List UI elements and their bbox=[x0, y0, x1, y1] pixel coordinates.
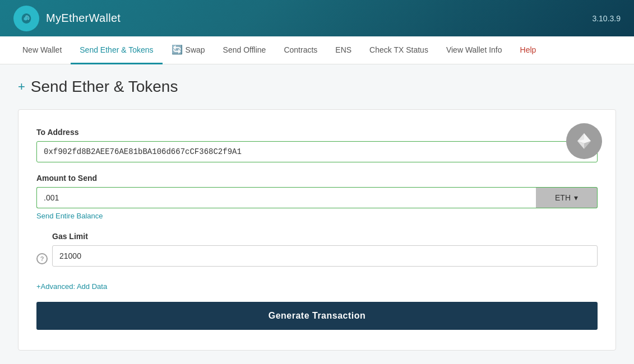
amount-group: Amount to Send ETH ▾ Send Entire Balance bbox=[36, 174, 598, 221]
nav-item-send-offline[interactable]: Send Offline bbox=[214, 36, 275, 64]
nav-item-new-wallet[interactable]: New Wallet bbox=[13, 36, 71, 64]
version-label: 3.10.3.9 bbox=[592, 14, 621, 23]
nav-item-contracts[interactable]: Contracts bbox=[275, 36, 326, 64]
amount-label: Amount to Send bbox=[36, 174, 598, 183]
app-name: MyEtherWallet bbox=[46, 12, 121, 25]
nav-bar: New Wallet Send Ether & Tokens 🔄Swap Sen… bbox=[0, 36, 634, 64]
generate-transaction-button[interactable]: Generate Transaction bbox=[36, 302, 598, 330]
gas-limit-group: Gas Limit bbox=[52, 232, 598, 267]
page-title: Send Ether & Tokens bbox=[31, 78, 178, 96]
nav-item-view-wallet-info[interactable]: View Wallet Info bbox=[437, 36, 511, 64]
page-title-row: + Send Ether & Tokens bbox=[18, 78, 616, 96]
to-address-label: To Address bbox=[36, 128, 598, 137]
nav-item-swap[interactable]: 🔄Swap bbox=[163, 36, 214, 64]
dropdown-arrow-icon: ▾ bbox=[574, 193, 578, 202]
send-entire-balance-link[interactable]: Send Entire Balance bbox=[36, 212, 103, 220]
page-content: + Send Ether & Tokens To Address Amount … bbox=[0, 64, 634, 364]
gas-help-icon[interactable]: ? bbox=[36, 253, 48, 264]
currency-dropdown-button[interactable]: ETH ▾ bbox=[536, 187, 598, 208]
currency-label: ETH bbox=[555, 193, 571, 202]
nav-item-send-ether-tokens[interactable]: Send Ether & Tokens bbox=[71, 36, 162, 64]
gas-limit-row: ? Gas Limit bbox=[36, 232, 598, 278]
gas-field-wrapper: Gas Limit bbox=[52, 232, 598, 278]
nav-item-ens[interactable]: ENS bbox=[326, 36, 360, 64]
nav-item-check-tx-status[interactable]: Check TX Status bbox=[360, 36, 437, 64]
nav-item-help[interactable]: Help bbox=[511, 36, 545, 64]
gas-limit-label: Gas Limit bbox=[52, 232, 598, 241]
header-left: MyEtherWallet bbox=[13, 6, 121, 31]
advanced-add-data-link[interactable]: +Advanced: Add Data bbox=[36, 282, 107, 291]
ethereum-icon bbox=[566, 123, 602, 159]
to-address-group: To Address bbox=[36, 128, 598, 162]
amount-input[interactable] bbox=[36, 187, 536, 208]
gas-limit-input[interactable] bbox=[52, 245, 598, 267]
header: MyEtherWallet 3.10.3.9 bbox=[0, 0, 634, 36]
logo-icon bbox=[13, 6, 39, 31]
swap-icon: 🔄 bbox=[172, 44, 183, 55]
amount-row: ETH ▾ bbox=[36, 187, 598, 208]
form-card: To Address Amount to Send ETH ▾ Send Ent… bbox=[18, 109, 616, 351]
to-address-input[interactable] bbox=[36, 141, 598, 162]
plus-icon: + bbox=[18, 81, 25, 93]
